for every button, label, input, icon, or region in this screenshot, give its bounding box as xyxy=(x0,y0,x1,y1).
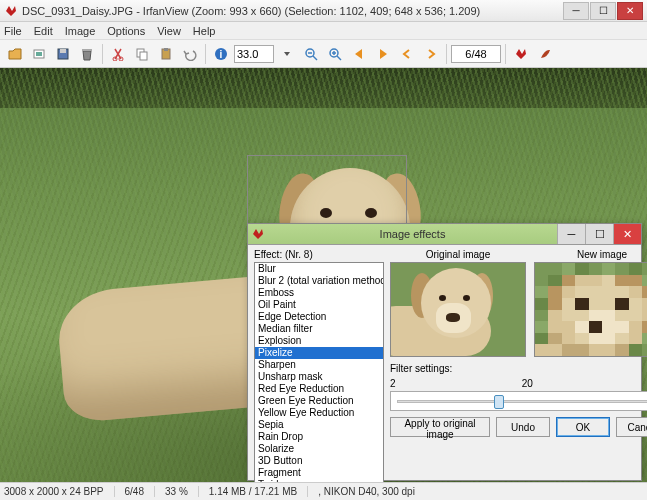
svg-rect-4 xyxy=(82,49,92,51)
copy-icon[interactable] xyxy=(131,43,153,65)
filter-slider[interactable] xyxy=(390,391,647,411)
status-dimensions: 3008 x 2000 x 24 BPP xyxy=(4,486,115,497)
effect-item[interactable]: Solarize xyxy=(255,443,383,455)
effect-item[interactable]: Unsharp mask xyxy=(255,371,383,383)
window-title: DSC_0931_Daisy.JPG - IrfanView (Zoom: 99… xyxy=(22,5,562,17)
dialog-icon xyxy=(248,228,268,240)
menu-edit[interactable]: Edit xyxy=(34,25,53,37)
effect-item[interactable]: Blur 2 (total variation method) xyxy=(255,275,383,287)
maximize-button[interactable]: ☐ xyxy=(590,2,616,20)
svg-rect-3 xyxy=(60,49,66,53)
effect-item[interactable]: Pixelize xyxy=(255,347,383,359)
cut-icon[interactable] xyxy=(107,43,129,65)
effect-item[interactable]: Emboss xyxy=(255,287,383,299)
dialog-title-text: Image effects xyxy=(268,228,557,240)
svg-rect-10 xyxy=(164,48,168,51)
app-icon xyxy=(4,4,18,18)
filter-settings-label: Filter settings: xyxy=(390,363,647,374)
effect-item[interactable]: Median filter xyxy=(255,323,383,335)
zoom-dropdown-icon[interactable] xyxy=(276,43,298,65)
zoom-input[interactable] xyxy=(234,45,274,63)
menubar: File Edit Image Options View Help xyxy=(0,22,647,40)
delete-icon[interactable] xyxy=(76,43,98,65)
original-image-label: Original image xyxy=(390,249,526,260)
toolbar: i xyxy=(0,40,647,68)
main-titlebar: DSC_0931_Daisy.JPG - IrfanView (Zoom: 99… xyxy=(0,0,647,22)
effect-item[interactable]: Red Eye Reduction xyxy=(255,383,383,395)
statusbar: 3008 x 2000 x 24 BPP 6/48 33 % 1.14 MB /… xyxy=(0,482,647,500)
minimize-button[interactable]: ─ xyxy=(563,2,589,20)
status-page: 6/48 xyxy=(125,486,155,497)
effect-label: Effect: (Nr. 8) xyxy=(254,249,384,260)
effect-item[interactable]: Rain Drop xyxy=(255,431,383,443)
info-icon[interactable]: i xyxy=(210,43,232,65)
cancel-button[interactable]: Cancel xyxy=(616,417,647,437)
svg-rect-8 xyxy=(140,52,147,60)
status-zoom: 33 % xyxy=(165,486,199,497)
effect-item[interactable]: Sharpen xyxy=(255,359,383,371)
zoom-out-icon[interactable] xyxy=(300,43,322,65)
menu-help[interactable]: Help xyxy=(193,25,216,37)
menu-view[interactable]: View xyxy=(157,25,181,37)
undo-button[interactable]: Undo xyxy=(496,417,550,437)
svg-line-14 xyxy=(313,56,317,60)
leaf-icon[interactable] xyxy=(534,43,556,65)
page-input[interactable] xyxy=(451,45,501,63)
original-preview xyxy=(390,262,526,357)
open-icon[interactable] xyxy=(4,43,26,65)
effect-item[interactable]: Edge Detection xyxy=(255,311,383,323)
new-preview xyxy=(534,262,647,357)
paste-icon[interactable] xyxy=(155,43,177,65)
dialog-titlebar[interactable]: Image effects ─ ☐ ✕ xyxy=(248,224,641,245)
close-button[interactable]: ✕ xyxy=(617,2,643,20)
undo-icon[interactable] xyxy=(179,43,201,65)
effects-icon[interactable] xyxy=(510,43,532,65)
svg-rect-1 xyxy=(36,52,42,56)
svg-line-17 xyxy=(337,56,341,60)
prev-file-icon[interactable] xyxy=(348,43,370,65)
effect-item[interactable]: Fragment xyxy=(255,467,383,479)
effect-item[interactable]: Explosion xyxy=(255,335,383,347)
dialog-close-button[interactable]: ✕ xyxy=(613,224,641,244)
effect-item[interactable]: Green Eye Reduction xyxy=(255,395,383,407)
dialog-minimize-button[interactable]: ─ xyxy=(557,224,585,244)
svg-text:i: i xyxy=(220,49,223,60)
slider-value: 20 xyxy=(522,378,533,389)
new-image-label: New image xyxy=(534,249,647,260)
effect-item[interactable]: Blur xyxy=(255,263,383,275)
effect-listbox[interactable]: BlurBlur 2 (total variation method)Embos… xyxy=(254,262,384,500)
slider-thumb[interactable] xyxy=(494,395,504,409)
next-page-icon[interactable] xyxy=(420,43,442,65)
status-filesize: 1.14 MB / 17.21 MB xyxy=(209,486,308,497)
dialog-maximize-button[interactable]: ☐ xyxy=(585,224,613,244)
apply-button[interactable]: Apply to original image xyxy=(390,417,490,437)
zoom-in-icon[interactable] xyxy=(324,43,346,65)
effect-item[interactable]: Oil Paint xyxy=(255,299,383,311)
status-camera: , NIKON D40, 300 dpi xyxy=(318,486,425,497)
prev-page-icon[interactable] xyxy=(396,43,418,65)
effect-item[interactable]: Yellow Eye Reduction xyxy=(255,407,383,419)
ok-button[interactable]: OK xyxy=(556,417,610,437)
menu-file[interactable]: File xyxy=(4,25,22,37)
effect-item[interactable]: Sepia xyxy=(255,419,383,431)
effect-item[interactable]: 3D Button xyxy=(255,455,383,467)
save-icon[interactable] xyxy=(52,43,74,65)
slider-min: 2 xyxy=(390,378,396,389)
slideshow-icon[interactable] xyxy=(28,43,50,65)
menu-options[interactable]: Options xyxy=(107,25,145,37)
menu-image[interactable]: Image xyxy=(65,25,96,37)
image-effects-dialog: Image effects ─ ☐ ✕ Effect: (Nr. 8) Blur… xyxy=(247,223,642,481)
next-file-icon[interactable] xyxy=(372,43,394,65)
